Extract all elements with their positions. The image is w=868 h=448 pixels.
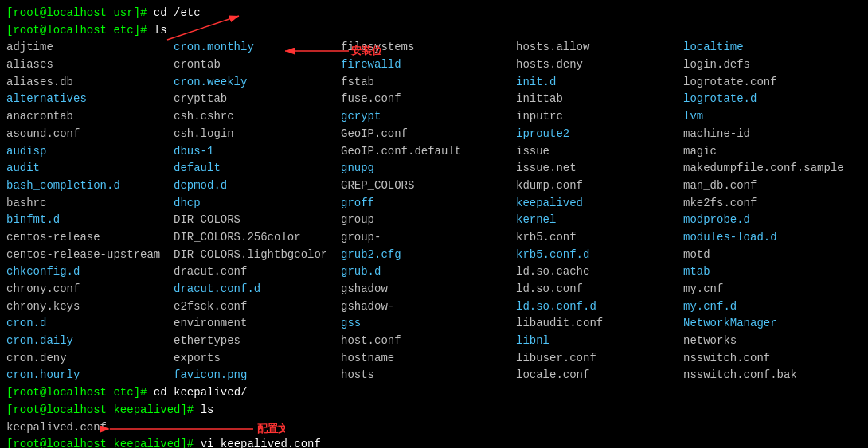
ls2-output-line: keepalived.conf 配置文件: [6, 419, 862, 437]
arrow-config-svg: 配置文件: [94, 418, 285, 440]
ls-col-2: filesystems firewalld fstab fuse.conf gc…: [341, 39, 516, 384]
cmd-4: ls: [201, 402, 214, 419]
svg-text:配置文件: 配置文件: [257, 423, 285, 434]
cmd-line-2: [root@localhost etc]# ls: [6, 22, 862, 40]
prompt-3: [root@localhost etc]#: [6, 384, 154, 402]
cmd-line-4: [root@localhost keepalived]# ls: [6, 402, 862, 419]
cmd-line-3: [root@localhost etc]# cd keepalived/: [6, 384, 862, 402]
terminal: [root@localhost usr]# cd /etc [root@loca…: [0, 0, 868, 448]
ls-col-1: cron.monthly crontab cron.weekly cryptta…: [174, 39, 341, 384]
ls-col-0: adjtime aliases aliases.db alternatives …: [6, 39, 174, 384]
prompt-2: [root@localhost etc]#: [6, 22, 154, 40]
cmd-3: cd keepalived/: [154, 384, 248, 402]
ls-output: adjtime aliases aliases.db alternatives …: [6, 39, 862, 384]
cmd-line-1: [root@localhost usr]# cd /etc: [6, 5, 862, 22]
cmd-2: ls: [154, 22, 167, 40]
ls-col-4: localtime login.defs logrotate.conf logr…: [683, 39, 858, 384]
ls-col-3: hosts.allow hosts.deny init.d inittab in…: [516, 39, 683, 384]
prompt-4: [root@localhost keepalived]#: [6, 402, 201, 419]
cmd-1: cd /etc: [154, 5, 201, 22]
prompt-1: [root@localhost usr]#: [6, 5, 154, 22]
